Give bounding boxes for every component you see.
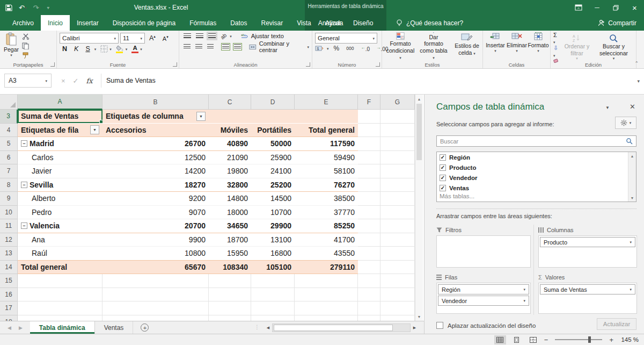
grow-font-icon[interactable]: A▴ — [147, 34, 158, 42]
pivot-value-valencia-1[interactable]: 34650 — [209, 219, 251, 233]
pivot-value-ana-3[interactable]: 41700 — [295, 233, 358, 247]
row-header-3[interactable]: 3 — [0, 110, 18, 124]
pivot-value-javier-3[interactable]: 58100 — [295, 164, 358, 178]
pivot-value-carlos-2[interactable]: 25900 — [251, 151, 295, 165]
cell-empty[interactable] — [18, 288, 103, 302]
pill-dropdown-icon[interactable]: ▾ — [523, 299, 525, 303]
accounting-format-icon[interactable]: $ — [315, 45, 324, 52]
field-checkbox-producto[interactable]: ✓ — [440, 164, 446, 171]
cell-empty[interactable] — [380, 233, 415, 247]
cell-empty[interactable] — [209, 315, 251, 321]
pivot-row-label-javier[interactable]: Javier — [18, 164, 103, 178]
pivot-value-madrid-0[interactable]: 26700 — [103, 137, 209, 151]
cell-empty[interactable] — [103, 288, 209, 302]
alignment-dialog-launcher[interactable] — [306, 62, 310, 67]
scroll-up-icon[interactable]: ▲ — [415, 95, 423, 103]
font-family-select[interactable]: Calibri▾ — [60, 33, 119, 44]
pill-dropdown-icon[interactable]: ▾ — [630, 288, 632, 291]
sheet-tab-tabla-dinamica[interactable]: Tabla dinámica — [30, 321, 95, 334]
area-pill-vendedor[interactable]: Vendedor▾ — [438, 296, 529, 306]
align-bottom-icon[interactable] — [208, 33, 216, 39]
defer-checkbox[interactable] — [436, 322, 443, 329]
cell-empty[interactable] — [103, 274, 209, 288]
customize-qat-icon[interactable]: ▿ — [47, 5, 49, 10]
tab-disposicion-de-pagina[interactable]: Disposición de página — [106, 15, 182, 31]
cell-empty[interactable] — [380, 110, 415, 124]
area-pill-region[interactable]: Región▾ — [438, 284, 529, 294]
tools-gear-button[interactable]: ▾ — [615, 117, 636, 129]
pivot-value-alberto-3[interactable]: 38500 — [295, 192, 358, 206]
align-left-icon[interactable] — [184, 44, 191, 49]
pivot-value-madrid-1[interactable]: 40890 — [209, 137, 251, 151]
dar-formato-como-tabla-button[interactable]: Dar formato como tabla ▾ — [417, 32, 450, 61]
cell-empty[interactable] — [358, 274, 380, 288]
cell-empty[interactable] — [380, 206, 415, 220]
collapse-button-sevilla[interactable]: − — [21, 182, 27, 188]
cell-empty[interactable] — [358, 151, 380, 165]
cell-c3[interactable] — [209, 110, 251, 124]
font-dialog-launcher[interactable] — [173, 62, 177, 67]
field-item-vendedor[interactable]: ✓Vendedor — [437, 172, 636, 183]
page-break-view-icon[interactable] — [528, 335, 539, 344]
insert-function-icon[interactable]: fx — [86, 77, 93, 85]
tab-diseno[interactable]: Diseño — [347, 19, 379, 27]
cell-e3[interactable] — [295, 110, 358, 124]
cancel-icon[interactable]: × — [61, 77, 65, 85]
columns-area-box[interactable]: Producto▾ — [538, 235, 637, 268]
cell-empty[interactable] — [358, 247, 380, 261]
increase-indent-icon[interactable] — [234, 44, 241, 49]
zoom-in-icon[interactable]: + — [609, 336, 613, 343]
align-top-icon[interactable] — [184, 33, 191, 39]
redo-icon[interactable]: ↷▾ — [33, 4, 40, 12]
select-all-corner[interactable] — [0, 95, 18, 110]
cell-empty[interactable] — [295, 288, 358, 302]
row-header-8[interactable]: 8 — [0, 178, 18, 192]
close-button[interactable]: × — [625, 0, 644, 15]
page-layout-view-icon[interactable] — [511, 335, 523, 344]
percent-style-icon[interactable]: % — [332, 45, 341, 52]
sheet-tab-ventas[interactable]: Ventas — [95, 321, 134, 334]
cell-empty[interactable] — [380, 137, 415, 151]
row-header-12[interactable]: 12 — [0, 233, 18, 247]
eliminar-cells-button[interactable]: Eliminar▾ — [506, 32, 528, 53]
cell-empty[interactable] — [209, 288, 251, 302]
cell-empty[interactable] — [380, 288, 415, 302]
pivot-value-alberto-1[interactable]: 14800 — [209, 192, 251, 206]
sort-filter-button[interactable]: AZ Ordenar y filtrar ▾ — [561, 33, 593, 61]
cell-empty[interactable] — [380, 301, 415, 315]
cell-empty[interactable] — [380, 315, 415, 321]
align-center-icon[interactable] — [195, 44, 202, 49]
pivot-value-ana-0[interactable]: 9900 — [103, 233, 209, 247]
pivot-row-label-raul[interactable]: Raúl — [18, 247, 103, 261]
field-checkbox-region[interactable]: ✓ — [440, 154, 446, 161]
row-header-17[interactable]: 17 — [0, 301, 18, 315]
tab-ayuda[interactable]: Ayuda — [318, 15, 350, 31]
update-button[interactable]: Actualizar — [597, 318, 636, 330]
pivot-value-alberto-2[interactable]: 14500 — [251, 192, 295, 206]
restore-button[interactable] — [606, 0, 625, 15]
pivot-value-carlos-0[interactable]: 12500 — [103, 151, 209, 165]
cell-empty[interactable] — [251, 288, 295, 302]
vertical-scrollbar[interactable]: ▲ ▼ — [415, 95, 423, 321]
column-header-g[interactable]: G — [380, 95, 415, 110]
cell-b3-etiquetas-de-columna[interactable]: Etiquetas de columna▼ — [103, 110, 209, 124]
pivot-value-pedro-2[interactable]: 10700 — [251, 206, 295, 220]
fill-icon[interactable]: ⇩ ▾ — [553, 45, 560, 58]
cell-empty[interactable] — [380, 151, 415, 165]
pivot-value-raul-0[interactable]: 10800 — [103, 247, 209, 261]
cell-empty[interactable] — [358, 192, 380, 206]
pivot-value-ana-2[interactable]: 13100 — [251, 233, 295, 247]
font-size-select[interactable]: 11▾ — [120, 33, 145, 44]
cell-empty[interactable] — [380, 219, 415, 233]
cell-empty[interactable] — [358, 233, 380, 247]
cell-empty[interactable] — [251, 315, 295, 321]
row-header-13[interactable]: 13 — [0, 247, 18, 261]
merge-center-button[interactable]: Combinar y centrar▾ — [249, 40, 309, 53]
font-color-icon[interactable]: A — [131, 45, 138, 53]
ribbon-display-options-icon[interactable] — [569, 0, 588, 15]
cell-empty[interactable] — [380, 247, 415, 261]
increase-decimal-icon[interactable]: ←.0 — [359, 45, 371, 52]
tab-archivo[interactable]: Archivo — [5, 15, 41, 31]
cell-empty[interactable] — [380, 274, 415, 288]
cell-empty[interactable] — [358, 206, 380, 220]
